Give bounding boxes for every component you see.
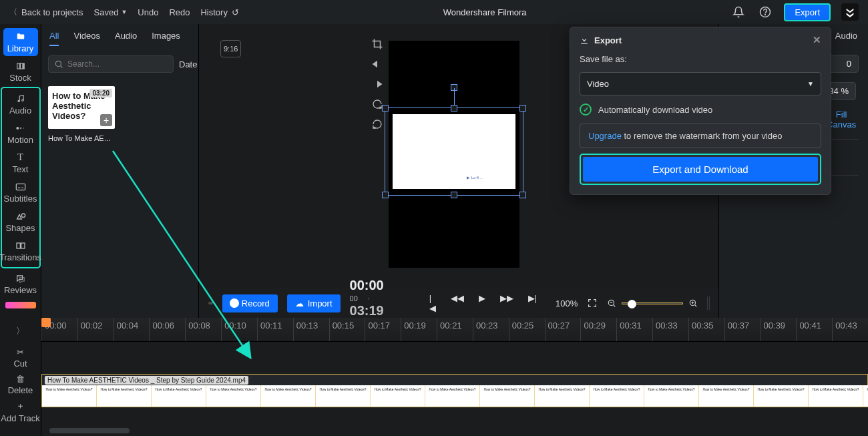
back-to-projects[interactable]: 〈 Back to projects — [9, 7, 83, 18]
nav-effects[interactable] — [5, 302, 36, 308]
ruler-tick: 00:33 — [652, 318, 688, 341]
ruler-tick: 00:08 — [185, 318, 221, 341]
skip-start-icon[interactable]: |◀ — [429, 293, 436, 313]
expand-button[interactable]: 〉 — [0, 318, 41, 345]
saved-dropdown[interactable]: Saved ▼ — [94, 7, 128, 17]
nav-library-label: Library — [7, 43, 34, 53]
aspect-badge[interactable]: 9:16 — [220, 40, 241, 57]
ruler-tick: 00:39 — [761, 318, 797, 341]
clip-caption: How To Make AES... — [48, 134, 115, 142]
nav-audio[interactable]: Audio — [3, 90, 38, 118]
upgrade-link[interactable]: Upgrade — [588, 131, 622, 141]
handle-nw[interactable] — [382, 105, 389, 112]
text-icon: T — [15, 152, 27, 163]
crop-tool-icon[interactable] — [370, 37, 385, 51]
playhead[interactable] — [41, 318, 51, 327]
ruler-tick: 00:11 — [257, 318, 293, 341]
svg-rect-12 — [17, 243, 20, 248]
fullscreen-icon[interactable] — [587, 298, 598, 308]
brand-logo[interactable] — [841, 3, 859, 21]
timeline-frame: How to Make Aesthetic Videos? — [206, 385, 261, 407]
clip-duration: 03:20 — [89, 89, 112, 97]
undo-button[interactable]: Undo — [138, 7, 158, 17]
flip-v-icon[interactable] — [370, 77, 385, 91]
cut-button[interactable]: ✂ Cut — [0, 345, 41, 371]
svg-point-14 — [55, 61, 61, 66]
timeline-empty-row[interactable] — [41, 342, 868, 374]
shapes-icon — [15, 211, 27, 222]
timeline-frame: How to Make Aesthetic Videos? — [863, 385, 868, 407]
undo-rotate-icon[interactable] — [370, 118, 385, 131]
clip-filename: How To Make AESTHETIC Videos _ Step by S… — [45, 376, 248, 385]
opacity-slider[interactable] — [208, 302, 213, 304]
play-icon[interactable]: ▶ — [479, 293, 485, 313]
rewind-icon[interactable]: ◀◀ — [451, 293, 464, 313]
redo-button[interactable]: Redo — [169, 7, 190, 17]
history-button[interactable]: History ↺ — [200, 7, 238, 17]
handle-s[interactable] — [451, 192, 457, 198]
save-as-label: Save file as: — [580, 54, 821, 64]
zoom-out-icon[interactable] — [607, 298, 616, 308]
handle-se[interactable] — [519, 192, 526, 198]
export-top-button[interactable]: Export — [784, 3, 831, 21]
upgrade-rest: to remove the watermark from your video — [622, 131, 783, 141]
format-select[interactable]: Video ▼ — [580, 72, 821, 95]
search-input[interactable] — [67, 59, 168, 69]
help-icon[interactable] — [757, 4, 773, 20]
svg-point-8 — [19, 127, 21, 129]
zoom-in-icon[interactable] — [688, 298, 698, 308]
tab-videos[interactable]: Videos — [73, 31, 100, 46]
ruler-tick: 00:21 — [437, 318, 473, 341]
cloud-icon: ☁ — [295, 298, 304, 308]
nav-library[interactable]: Library — [3, 28, 38, 56]
tab-images[interactable]: Images — [152, 31, 180, 46]
nav-text[interactable]: T Text — [3, 149, 38, 177]
timeline-ruler[interactable]: 00:0000:0200:0400:0600:0800:1000:1100:13… — [41, 318, 868, 342]
bell-icon[interactable] — [730, 4, 746, 20]
tab-all[interactable]: All — [49, 31, 59, 46]
timeline-scrollbar[interactable] — [49, 428, 130, 433]
video-track[interactable]: How To Make AESTHETIC Videos _ Step by S… — [41, 374, 868, 407]
nav-reviews[interactable]: Reviews — [3, 270, 38, 298]
asset-thumbnail[interactable]: 03:20 How to Make Aesthetic Videos? + — [48, 86, 115, 129]
selection-box[interactable] — [385, 107, 523, 196]
nav-subtitles-label: Subtitles — [4, 194, 37, 204]
layout-toggle[interactable] — [707, 296, 709, 310]
svg-rect-10 — [16, 184, 25, 190]
nav-subtitles[interactable]: Subtitles — [3, 178, 38, 206]
add-track-label: Add Track — [1, 413, 40, 423]
nav-shapes[interactable]: Shapes — [3, 208, 38, 236]
skip-end-icon[interactable]: ▶| — [528, 293, 537, 313]
auto-download-check[interactable]: ✓ — [580, 103, 592, 116]
svg-point-5 — [17, 100, 19, 101]
nav-audio-label: Audio — [9, 105, 31, 116]
svg-rect-13 — [21, 243, 24, 248]
search-box[interactable] — [48, 55, 174, 73]
forward-icon[interactable]: ▶▶ — [500, 293, 513, 313]
timeline-frame: How to Make Aesthetic Videos? — [261, 385, 316, 407]
add-clip-button[interactable]: + — [100, 114, 112, 126]
close-icon[interactable]: ✕ — [813, 34, 821, 46]
zoom-percent: 100% — [556, 298, 578, 308]
search-icon — [54, 59, 63, 69]
handle-sw[interactable] — [382, 192, 389, 198]
zoom-slider[interactable] — [622, 302, 683, 304]
svg-point-11 — [21, 214, 25, 217]
nav-transitions[interactable]: Transitions — [3, 237, 38, 265]
nav-stock-label: Stock — [9, 73, 31, 83]
flip-h-icon[interactable] — [370, 57, 385, 71]
delete-button[interactable]: 🗑 Delete — [0, 371, 41, 398]
nav-stock[interactable]: Stock — [3, 57, 38, 85]
ruler-tick: 00:27 — [545, 318, 581, 341]
export-and-download-button[interactable]: Export and Download — [583, 157, 818, 182]
preview-viewport[interactable]: ▶ Lo-fi ... — [389, 41, 519, 268]
timeline-frame: How to Make Aesthetic Videos? — [535, 385, 590, 407]
inspector-tab-audio[interactable]: Audio — [835, 31, 857, 41]
tab-audio[interactable]: Audio — [115, 31, 137, 46]
handle-n[interactable] — [451, 105, 457, 112]
add-track-button[interactable]: ＋ Add Track — [0, 398, 41, 425]
handle-ne[interactable] — [519, 105, 526, 112]
nav-motion[interactable]: Motion — [3, 120, 38, 148]
import-button[interactable]: ☁ Import — [287, 294, 341, 312]
timeline-frame: How to Make Aesthetic Videos? — [152, 385, 206, 407]
